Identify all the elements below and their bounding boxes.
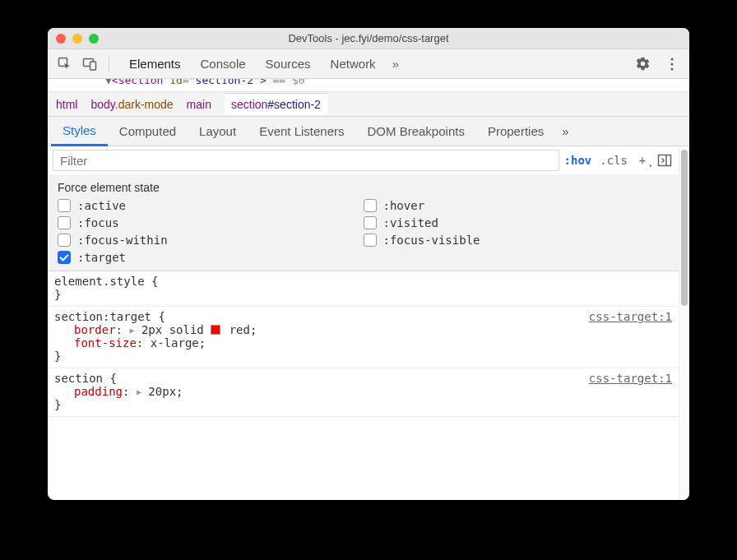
main-tab-network[interactable]: Network	[321, 49, 386, 79]
expand-shorthand-icon[interactable]: ▶	[137, 387, 141, 396]
styles-subtabs: StylesComputedLayoutEvent ListenersDOM B…	[48, 117, 689, 146]
svg-rect-2	[90, 62, 96, 70]
checkbox-icon[interactable]	[364, 234, 377, 247]
force-state-label: :target	[77, 251, 126, 264]
style-rules: element.style {}css-target:1section:targ…	[48, 271, 679, 500]
more-subtabs-icon[interactable]: »	[555, 117, 580, 146]
checkbox-icon[interactable]	[58, 251, 71, 264]
force-state-label: :focus-within	[77, 234, 168, 247]
main-tabs: ElementsConsoleSourcesNetwork	[119, 49, 386, 79]
declaration[interactable]: font-size: x-large;	[54, 336, 672, 349]
separator	[109, 56, 109, 72]
disclosure-triangle-icon[interactable]: ▼	[105, 79, 112, 86]
checkbox-icon[interactable]	[58, 234, 71, 247]
main-toolbar: ElementsConsoleSourcesNetwork »	[48, 49, 689, 79]
main-tab-sources[interactable]: Sources	[256, 49, 321, 79]
device-toggle-icon[interactable]	[81, 55, 99, 73]
style-rule[interactable]: element.style {}	[48, 271, 679, 307]
main-tab-elements[interactable]: Elements	[119, 49, 191, 79]
force-state-focus-visible[interactable]: :focus-visible	[364, 234, 670, 247]
toggle-classes-button[interactable]: .cls	[600, 154, 628, 167]
checkbox-icon[interactable]	[58, 199, 71, 212]
close-window-icon[interactable]	[56, 34, 66, 44]
inspect-icon[interactable]	[56, 55, 74, 73]
svg-point-3	[670, 58, 673, 60]
source-link[interactable]: css-target:1	[589, 372, 672, 385]
subtab-layout[interactable]: Layout	[188, 117, 248, 146]
settings-icon[interactable]	[633, 55, 651, 73]
force-state-hover[interactable]: :hover	[364, 199, 670, 212]
dom-tree-fragment[interactable]: ▼<section id="section-2"> == $0	[48, 79, 689, 92]
force-state-label: :active	[77, 199, 126, 212]
scroll-thumb[interactable]	[681, 150, 688, 306]
force-state-label: :focus	[77, 216, 119, 229]
breadcrumb-html[interactable]: html	[56, 98, 77, 111]
force-state-label: :visited	[383, 216, 438, 229]
breadcrumb: htmlbody.dark-modemainsection#section-2	[48, 92, 689, 117]
breadcrumb-body[interactable]: body.dark-mode	[90, 98, 173, 111]
computed-sidebar-toggle-icon[interactable]	[657, 153, 672, 168]
subtab-dom-breakpoints[interactable]: DOM Breakpoints	[356, 117, 476, 146]
zoom-window-icon[interactable]	[89, 34, 99, 44]
scrollbar[interactable]	[679, 146, 689, 500]
svg-point-4	[670, 62, 673, 65]
expand-shorthand-icon[interactable]: ▶	[129, 326, 134, 335]
styles-filter-input[interactable]	[53, 150, 559, 171]
selector[interactable]: element.style	[54, 275, 145, 288]
window-title: DevTools - jec.fyi/demo/css-target	[48, 32, 689, 44]
selector[interactable]: section	[54, 372, 103, 385]
more-tabs-icon[interactable]: »	[392, 57, 399, 71]
checkbox-icon[interactable]	[364, 199, 377, 212]
titlebar: DevTools - jec.fyi/demo/css-target	[48, 28, 689, 49]
subtab-computed[interactable]: Computed	[108, 117, 188, 146]
force-state-label: :focus-visible	[383, 234, 480, 247]
style-rule[interactable]: css-target:1section {padding: ▶ 20px;}	[48, 368, 679, 417]
subtab-styles[interactable]: Styles	[51, 117, 108, 146]
force-state-title: Force element state	[58, 181, 669, 194]
kebab-menu-icon[interactable]	[663, 55, 681, 73]
devtools-window: DevTools - jec.fyi/demo/css-target Eleme…	[48, 28, 689, 500]
breadcrumb-section[interactable]: section#section-2	[225, 93, 327, 115]
checkbox-icon[interactable]	[58, 216, 71, 229]
declaration[interactable]: padding: ▶ 20px;	[54, 385, 672, 398]
style-rule[interactable]: css-target:1section:target {border: ▶ 2p…	[48, 307, 679, 368]
force-state-focus[interactable]: :focus	[58, 216, 364, 229]
svg-point-5	[670, 67, 673, 70]
svg-rect-6	[659, 155, 671, 166]
force-state-label: :hover	[383, 199, 425, 212]
source-link[interactable]: css-target:1	[589, 310, 672, 323]
toggle-hov-button[interactable]: :hov	[564, 154, 592, 167]
styles-filter-bar: :hov .cls +	[48, 146, 679, 174]
main-tab-console[interactable]: Console	[191, 49, 256, 79]
traffic-lights	[56, 34, 99, 44]
force-state-focus-within[interactable]: :focus-within	[58, 234, 364, 247]
minimize-window-icon[interactable]	[72, 34, 82, 44]
breadcrumb-main[interactable]: main	[187, 98, 211, 111]
force-state-active[interactable]: :active	[58, 199, 364, 212]
force-state-visited[interactable]: :visited	[364, 216, 670, 229]
declaration[interactable]: border: ▶ 2px solid red;	[54, 323, 672, 336]
color-swatch-icon[interactable]	[211, 325, 220, 335]
new-style-rule-icon[interactable]: +	[636, 154, 649, 167]
checkbox-icon[interactable]	[364, 216, 377, 229]
selector[interactable]: section:target	[54, 310, 151, 323]
force-element-state-panel: Force element state :active:hover:focus:…	[48, 174, 679, 271]
force-state-target[interactable]: :target	[58, 251, 364, 264]
subtab-event-listeners[interactable]: Event Listeners	[248, 117, 355, 146]
subtab-properties[interactable]: Properties	[476, 117, 555, 146]
